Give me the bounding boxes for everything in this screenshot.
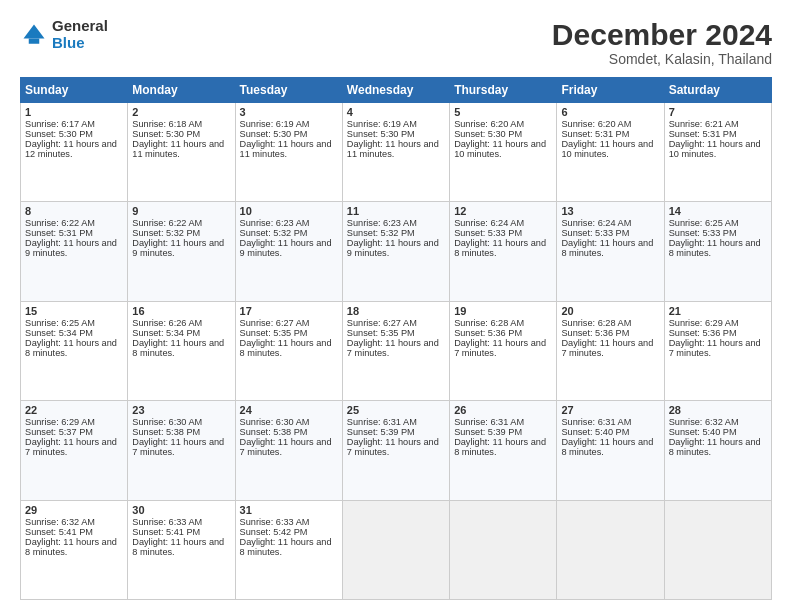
table-row: 11Sunrise: 6:23 AMSunset: 5:32 PMDayligh…: [342, 202, 449, 301]
col-wednesday: Wednesday: [342, 78, 449, 103]
col-tuesday: Tuesday: [235, 78, 342, 103]
table-row: 26Sunrise: 6:31 AMSunset: 5:39 PMDayligh…: [450, 401, 557, 500]
col-monday: Monday: [128, 78, 235, 103]
logo-icon: [20, 21, 48, 49]
main-title: December 2024: [552, 18, 772, 51]
table-row: 13Sunrise: 6:24 AMSunset: 5:33 PMDayligh…: [557, 202, 664, 301]
day-number: 16: [132, 305, 230, 317]
table-row: 21Sunrise: 6:29 AMSunset: 5:36 PMDayligh…: [664, 301, 771, 400]
day-number: 4: [347, 106, 445, 118]
table-row: 2Sunrise: 6:18 AMSunset: 5:30 PMDaylight…: [128, 103, 235, 202]
day-number: 8: [25, 205, 123, 217]
day-number: 24: [240, 404, 338, 416]
day-number: 27: [561, 404, 659, 416]
table-row: 30Sunrise: 6:33 AMSunset: 5:41 PMDayligh…: [128, 500, 235, 599]
table-row: 27Sunrise: 6:31 AMSunset: 5:40 PMDayligh…: [557, 401, 664, 500]
table-row: 9Sunrise: 6:22 AMSunset: 5:32 PMDaylight…: [128, 202, 235, 301]
day-number: 17: [240, 305, 338, 317]
table-row: 12Sunrise: 6:24 AMSunset: 5:33 PMDayligh…: [450, 202, 557, 301]
col-saturday: Saturday: [664, 78, 771, 103]
day-number: 14: [669, 205, 767, 217]
day-number: 15: [25, 305, 123, 317]
page: General Blue December 2024 Somdet, Kalas…: [0, 0, 792, 612]
table-row: 14Sunrise: 6:25 AMSunset: 5:33 PMDayligh…: [664, 202, 771, 301]
table-row: 20Sunrise: 6:28 AMSunset: 5:36 PMDayligh…: [557, 301, 664, 400]
calendar-row: 1Sunrise: 6:17 AMSunset: 5:30 PMDaylight…: [21, 103, 772, 202]
table-row: [557, 500, 664, 599]
calendar-row: 8Sunrise: 6:22 AMSunset: 5:31 PMDaylight…: [21, 202, 772, 301]
day-number: 3: [240, 106, 338, 118]
day-number: 9: [132, 205, 230, 217]
table-row: 3Sunrise: 6:19 AMSunset: 5:30 PMDaylight…: [235, 103, 342, 202]
calendar-header-row: Sunday Monday Tuesday Wednesday Thursday…: [21, 78, 772, 103]
table-row: 15Sunrise: 6:25 AMSunset: 5:34 PMDayligh…: [21, 301, 128, 400]
table-row: 5Sunrise: 6:20 AMSunset: 5:30 PMDaylight…: [450, 103, 557, 202]
day-number: 13: [561, 205, 659, 217]
table-row: [342, 500, 449, 599]
day-number: 10: [240, 205, 338, 217]
col-friday: Friday: [557, 78, 664, 103]
svg-rect-1: [29, 38, 40, 43]
table-row: 29Sunrise: 6:32 AMSunset: 5:41 PMDayligh…: [21, 500, 128, 599]
day-number: 19: [454, 305, 552, 317]
day-number: 11: [347, 205, 445, 217]
calendar-row: 22Sunrise: 6:29 AMSunset: 5:37 PMDayligh…: [21, 401, 772, 500]
day-number: 5: [454, 106, 552, 118]
day-number: 6: [561, 106, 659, 118]
day-number: 2: [132, 106, 230, 118]
day-number: 12: [454, 205, 552, 217]
table-row: 28Sunrise: 6:32 AMSunset: 5:40 PMDayligh…: [664, 401, 771, 500]
col-sunday: Sunday: [21, 78, 128, 103]
sub-title: Somdet, Kalasin, Thailand: [552, 51, 772, 67]
table-row: 25Sunrise: 6:31 AMSunset: 5:39 PMDayligh…: [342, 401, 449, 500]
logo-general: General: [52, 18, 108, 35]
header: General Blue December 2024 Somdet, Kalas…: [20, 18, 772, 67]
svg-marker-0: [24, 24, 45, 38]
day-number: 30: [132, 504, 230, 516]
table-row: 31Sunrise: 6:33 AMSunset: 5:42 PMDayligh…: [235, 500, 342, 599]
table-row: 6Sunrise: 6:20 AMSunset: 5:31 PMDaylight…: [557, 103, 664, 202]
calendar-row: 15Sunrise: 6:25 AMSunset: 5:34 PMDayligh…: [21, 301, 772, 400]
table-row: 8Sunrise: 6:22 AMSunset: 5:31 PMDaylight…: [21, 202, 128, 301]
day-number: 25: [347, 404, 445, 416]
table-row: 17Sunrise: 6:27 AMSunset: 5:35 PMDayligh…: [235, 301, 342, 400]
day-number: 29: [25, 504, 123, 516]
day-number: 20: [561, 305, 659, 317]
logo-blue: Blue: [52, 35, 108, 52]
day-number: 21: [669, 305, 767, 317]
logo: General Blue: [20, 18, 108, 51]
logo-text: General Blue: [52, 18, 108, 51]
title-block: December 2024 Somdet, Kalasin, Thailand: [552, 18, 772, 67]
table-row: 7Sunrise: 6:21 AMSunset: 5:31 PMDaylight…: [664, 103, 771, 202]
day-number: 18: [347, 305, 445, 317]
table-row: [664, 500, 771, 599]
table-row: 22Sunrise: 6:29 AMSunset: 5:37 PMDayligh…: [21, 401, 128, 500]
day-number: 22: [25, 404, 123, 416]
day-number: 28: [669, 404, 767, 416]
table-row: 1Sunrise: 6:17 AMSunset: 5:30 PMDaylight…: [21, 103, 128, 202]
table-row: 24Sunrise: 6:30 AMSunset: 5:38 PMDayligh…: [235, 401, 342, 500]
table-row: 18Sunrise: 6:27 AMSunset: 5:35 PMDayligh…: [342, 301, 449, 400]
table-row: 10Sunrise: 6:23 AMSunset: 5:32 PMDayligh…: [235, 202, 342, 301]
calendar-row: 29Sunrise: 6:32 AMSunset: 5:41 PMDayligh…: [21, 500, 772, 599]
table-row: 19Sunrise: 6:28 AMSunset: 5:36 PMDayligh…: [450, 301, 557, 400]
col-thursday: Thursday: [450, 78, 557, 103]
calendar-table: Sunday Monday Tuesday Wednesday Thursday…: [20, 77, 772, 600]
table-row: [450, 500, 557, 599]
table-row: 23Sunrise: 6:30 AMSunset: 5:38 PMDayligh…: [128, 401, 235, 500]
table-row: 16Sunrise: 6:26 AMSunset: 5:34 PMDayligh…: [128, 301, 235, 400]
table-row: 4Sunrise: 6:19 AMSunset: 5:30 PMDaylight…: [342, 103, 449, 202]
day-number: 1: [25, 106, 123, 118]
day-number: 26: [454, 404, 552, 416]
day-number: 7: [669, 106, 767, 118]
day-number: 23: [132, 404, 230, 416]
day-number: 31: [240, 504, 338, 516]
